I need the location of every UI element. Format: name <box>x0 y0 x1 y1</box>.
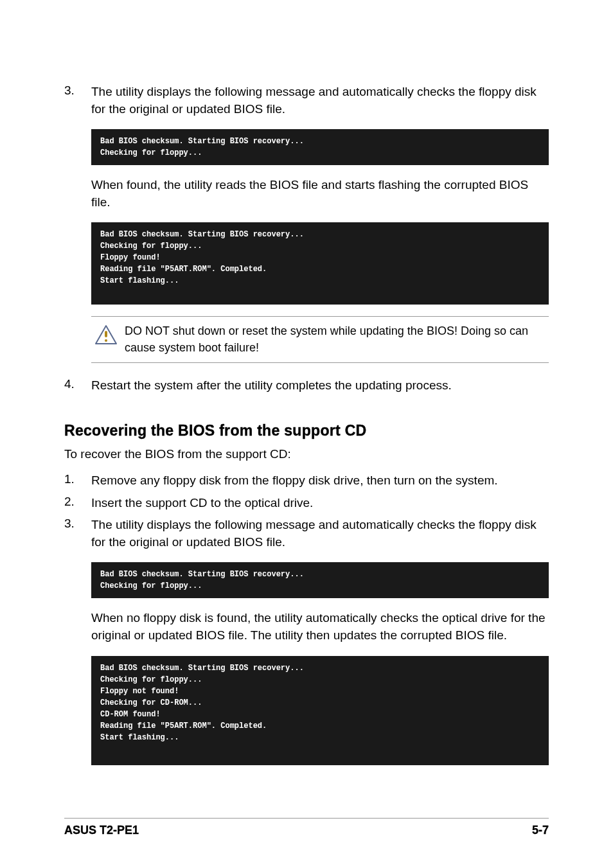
step-3: 3. The utility displays the following me… <box>64 84 549 118</box>
console-output-1: Bad BIOS checksum. Starting BIOS recover… <box>91 129 549 165</box>
step-number: 2. <box>64 495 91 512</box>
step-text: The utility displays the following messa… <box>91 517 549 551</box>
step-text: Insert the support CD to the optical dri… <box>91 495 549 512</box>
step-text: Remove any floppy disk from the floppy d… <box>91 472 549 490</box>
warning-icon <box>91 323 121 345</box>
step-number: 3. <box>64 84 91 118</box>
console-output-4: Bad BIOS checksum. Starting BIOS recover… <box>91 656 549 765</box>
step-number: 4. <box>64 377 91 394</box>
paragraph-no-floppy: When no floppy disk is found, the utilit… <box>91 610 549 644</box>
page-footer: ASUS T2-PE1 5-7 <box>64 818 549 837</box>
cd-step-3: 3. The utility displays the following me… <box>64 517 549 551</box>
cd-step-2: 2. Insert the support CD to the optical … <box>64 495 549 512</box>
step-text: Restart the system after the utility com… <box>91 377 549 394</box>
console-output-3: Bad BIOS checksum. Starting BIOS recover… <box>91 562 549 598</box>
cd-step-1: 1. Remove any floppy disk from the flopp… <box>64 472 549 490</box>
warning-text: DO NOT shut down or reset the system whi… <box>121 323 549 355</box>
footer-product: ASUS T2-PE1 <box>64 824 139 837</box>
footer-page-number: 5-7 <box>532 824 549 837</box>
step-text: The utility displays the following messa… <box>91 84 549 118</box>
page: 3. The utility displays the following me… <box>0 0 613 868</box>
warning-callout: DO NOT shut down or reset the system whi… <box>91 316 549 362</box>
section-heading: Recovering the BIOS from the support CD <box>64 422 549 439</box>
paragraph-found: When found, the utility reads the BIOS f… <box>91 177 549 211</box>
step-number: 3. <box>64 517 91 551</box>
svg-rect-0 <box>105 331 107 337</box>
console-output-2: Bad BIOS checksum. Starting BIOS recover… <box>91 222 549 305</box>
step-number: 1. <box>64 472 91 490</box>
step-4: 4. Restart the system after the utility … <box>64 377 549 394</box>
section-intro: To recover the BIOS from the support CD: <box>64 446 549 463</box>
svg-point-1 <box>105 339 107 342</box>
